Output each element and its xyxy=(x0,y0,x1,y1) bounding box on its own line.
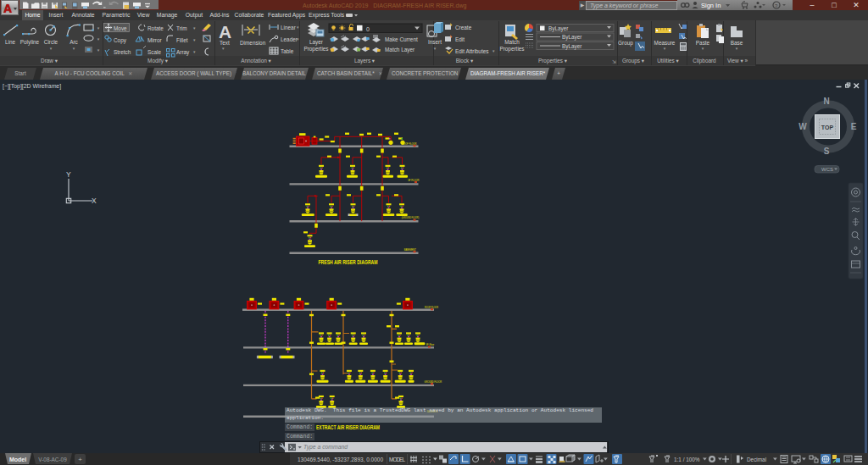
svg-text:Dimension: Dimension xyxy=(240,40,266,46)
svg-text:6F FLOOR: 6F FLOOR xyxy=(408,178,419,182)
svg-text:Properties: Properties xyxy=(499,46,524,53)
svg-text:Decimal: Decimal xyxy=(747,457,766,462)
svg-text:Sign In: Sign In xyxy=(701,2,721,9)
svg-text:Group: Group xyxy=(618,40,633,47)
svg-text:Fillet: Fillet xyxy=(176,37,188,43)
svg-text:X: X xyxy=(92,197,97,205)
svg-text:N: N xyxy=(823,97,829,106)
svg-text:Copy: Copy xyxy=(114,37,127,44)
svg-text:Insert: Insert xyxy=(428,39,442,45)
svg-text:Rotate: Rotate xyxy=(147,25,164,31)
svg-text:Groups ▾: Groups ▾ xyxy=(622,58,645,64)
svg-text:Block ▾: Block ▾ xyxy=(456,58,474,64)
svg-text:Draw ▾: Draw ▾ xyxy=(41,58,58,64)
svg-text:Mirror: Mirror xyxy=(147,37,163,43)
svg-text:Edit: Edit xyxy=(455,36,465,42)
svg-text:Create: Create xyxy=(455,25,472,30)
svg-text:Properties ▾: Properties ▾ xyxy=(538,58,568,64)
svg-text:Model: Model xyxy=(9,457,26,462)
svg-text:Edit Attributes: Edit Attributes xyxy=(455,48,488,54)
svg-text:6F Floor: 6F Floor xyxy=(426,342,435,346)
svg-text:Properties: Properties xyxy=(303,46,328,53)
svg-text:Linear: Linear xyxy=(281,25,297,30)
svg-text:Move: Move xyxy=(114,25,127,31)
svg-text:Utilities ▾: Utilities ▾ xyxy=(657,58,679,64)
svg-text:[−][Top][2D Wireframe]: [−][Top][2D Wireframe] xyxy=(3,83,61,90)
svg-text:S: S xyxy=(824,147,830,156)
svg-text:BASEMENT: BASEMENT xyxy=(404,247,416,252)
svg-text:⇲: ⇲ xyxy=(612,59,616,64)
svg-text:Make Current: Make Current xyxy=(385,36,418,42)
svg-text:GROUND FLOOR: GROUND FLOOR xyxy=(425,379,442,384)
svg-text:V-08-AC-09: V-08-AC-09 xyxy=(38,457,67,462)
svg-text:Text: Text xyxy=(220,40,230,46)
svg-text:Table: Table xyxy=(281,48,294,54)
svg-text:Scale: Scale xyxy=(147,49,161,55)
svg-text:130469.5440, -53237.2893, 0.00: 130469.5440, -53237.2893, 0.0000 xyxy=(298,457,383,462)
svg-text:Annotation ▾: Annotation ▾ xyxy=(241,58,271,64)
svg-text:0: 0 xyxy=(366,26,370,32)
svg-text:Measure: Measure xyxy=(654,40,676,46)
svg-text:TOP: TOP xyxy=(821,125,834,130)
svg-text:Paste: Paste xyxy=(696,40,710,46)
svg-text:Y: Y xyxy=(66,170,71,179)
svg-text:?: ? xyxy=(775,3,778,8)
svg-text:Stretch: Stretch xyxy=(114,49,131,55)
svg-text:Array: Array xyxy=(176,49,190,56)
svg-text:Polyline: Polyline xyxy=(20,39,40,46)
svg-text:Arc: Arc xyxy=(70,39,78,45)
svg-text:View ▾ »: View ▾ » xyxy=(727,58,748,64)
svg-text:ByLayer: ByLayer xyxy=(548,25,569,32)
svg-text:Type a command: Type a command xyxy=(303,444,348,451)
svg-text:EXTRACT AIR RISER DIAGRAM: EXTRACT AIR RISER DIAGRAM xyxy=(316,424,380,430)
svg-text:ROOF FLOOR: ROOF FLOOR xyxy=(425,305,438,309)
svg-text:1:1 / 100%: 1:1 / 100% xyxy=(674,457,700,462)
svg-text:Modify ▾: Modify ▾ xyxy=(147,58,169,64)
svg-text:FRESH AIR RISER DIAGRAM: FRESH AIR RISER DIAGRAM xyxy=(319,259,378,265)
svg-text:Circle: Circle xyxy=(44,39,58,45)
svg-text:Base: Base xyxy=(731,40,743,46)
svg-text:ROOF FLOOR: ROOF FLOOR xyxy=(402,141,417,146)
svg-text:E: E xyxy=(851,122,857,131)
svg-text:ByLayer: ByLayer xyxy=(562,34,582,41)
svg-text:Match Layer: Match Layer xyxy=(385,47,415,53)
svg-text:Clipboard: Clipboard xyxy=(693,58,716,64)
svg-text:Trim: Trim xyxy=(176,25,187,31)
svg-text:W: W xyxy=(798,122,807,131)
svg-text:ByLayer: ByLayer xyxy=(562,43,582,50)
svg-text:Match: Match xyxy=(504,39,520,45)
svg-text:Line: Line xyxy=(5,39,16,45)
svg-text:A: A xyxy=(219,22,231,42)
svg-text:+: + xyxy=(78,456,82,463)
svg-text:Leader: Leader xyxy=(281,36,298,42)
svg-text:MODEL: MODEL xyxy=(389,457,405,462)
svg-text:WCS: WCS xyxy=(821,167,833,172)
svg-text:Layers ▾: Layers ▾ xyxy=(354,58,376,64)
svg-text:(GROUND FLOOR): (GROUND FLOOR) xyxy=(402,215,420,219)
